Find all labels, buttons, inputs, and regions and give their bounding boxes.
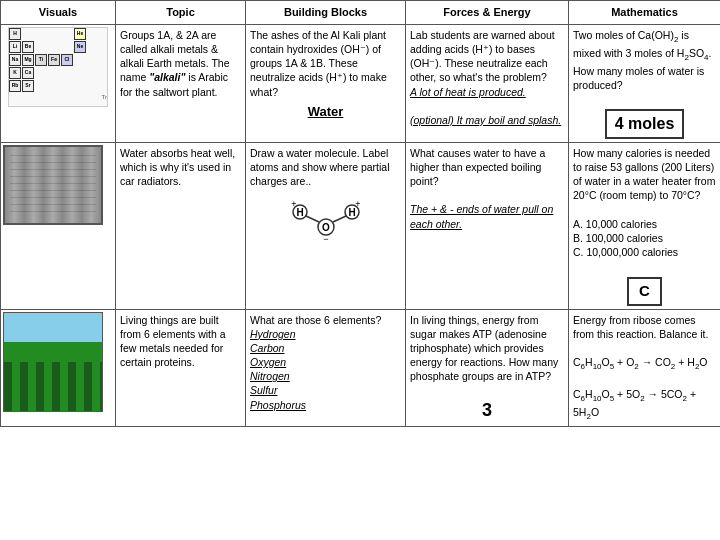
svg-line-9	[306, 216, 319, 222]
math-text-2: How many calories is needed to raise 53 …	[573, 147, 715, 202]
forces-cell-1: Lab students are warned about adding aci…	[406, 24, 569, 142]
forest-image	[3, 312, 103, 412]
forces-cell-2: What causes water to have a higher than …	[406, 142, 569, 309]
header-topic: Topic	[116, 1, 246, 25]
blocks-text-1: The ashes of the Al Kali plant contain h…	[250, 29, 387, 98]
blocks-question-3: What are those 6 elements?	[250, 314, 381, 326]
topic-cell-3: Living things are built from 6 elements …	[116, 309, 246, 426]
forces-answer-3: 3	[410, 398, 564, 422]
water-molecule-svg: O − H + H +	[286, 192, 366, 252]
blocks-text-2: Draw a water molecule. Label atoms and s…	[250, 147, 390, 187]
math-eq2: C6H10O5 + 5O2 → 5CO2 + 5H2O	[573, 387, 716, 423]
math-options-2: A. 10,000 calories B. 100,000 calories C…	[573, 217, 716, 260]
element-sulfur: Sulfur	[250, 383, 401, 397]
math-text-1: Two moles of Ca(OH)2 is mixed with 3 mol…	[573, 29, 711, 91]
forces-cell-3: In living things, energy from sugar make…	[406, 309, 569, 426]
math-answer-2: C	[627, 277, 662, 305]
element-oxygen: Oxygen	[250, 355, 401, 369]
blocks-cell-1: The ashes of the Al Kali plant contain h…	[246, 24, 406, 142]
topic-text-3: Living things are built from 6 elements …	[120, 314, 226, 369]
radiator-image	[3, 145, 103, 225]
math-text-3: Energy from ribose comes from this react…	[573, 314, 708, 340]
table-row: Water absorbs heat well, which is why it…	[1, 142, 721, 309]
visual-cell-2	[1, 142, 116, 309]
forces-answer-2: The + & - ends of water pull on each oth…	[410, 203, 553, 229]
header-visuals: Visuals	[1, 1, 116, 25]
math-cell-3: Energy from ribose comes from this react…	[569, 309, 721, 426]
forces-text-2: What causes water to have a higher than …	[410, 147, 545, 187]
forces-text-3: In living things, energy from sugar make…	[410, 314, 558, 383]
svg-text:+: +	[291, 199, 296, 209]
blocks-cell-3: What are those 6 elements? Hydrogen Carb…	[246, 309, 406, 426]
svg-text:O: O	[322, 222, 330, 233]
math-cell-2: How many calories is needed to raise 53 …	[569, 142, 721, 309]
element-hydrogen: Hydrogen	[250, 327, 401, 341]
svg-text:H: H	[296, 207, 303, 218]
water-label: Water	[250, 103, 401, 121]
math-option-a: A. 10,000 calories	[573, 217, 716, 231]
blocks-cell-2: Draw a water molecule. Label atoms and s…	[246, 142, 406, 309]
forces-optional-1: (optional) It may boil and splash.	[410, 114, 561, 126]
forces-answer-1: A lot of heat is produced.	[410, 86, 526, 98]
math-answer-1: 4 moles	[605, 109, 685, 139]
element-carbon: Carbon	[250, 341, 401, 355]
svg-line-10	[333, 216, 346, 222]
topic-cell-1: Groups 1A, & 2A are called alkali metals…	[116, 24, 246, 142]
table-row: Living things are built from 6 elements …	[1, 309, 721, 426]
topic-text-2: Water absorbs heat well, which is why it…	[120, 147, 235, 187]
math-option-b: B. 100,000 calories	[573, 231, 716, 245]
svg-text:−: −	[323, 234, 328, 244]
math-cell-1: Two moles of Ca(OH)2 is mixed with 3 mol…	[569, 24, 721, 142]
header-building-blocks: Building Blocks	[246, 1, 406, 25]
visual-cell-1: H Li Na K Rb Be Mg Ca Sr Ti Fe Cl He Ne	[1, 24, 116, 142]
periodic-table-image: H Li Na K Rb Be Mg Ca Sr Ti Fe Cl He Ne	[8, 27, 108, 107]
header-forces-energy: Forces & Energy	[406, 1, 569, 25]
topic-cell-2: Water absorbs heat well, which is why it…	[116, 142, 246, 309]
element-phosphorus: Phosphorus	[250, 398, 401, 412]
visual-cell-3	[1, 309, 116, 426]
math-eq1: C6H10O5 + O2 → CO2 + H2O	[573, 355, 716, 373]
header-mathematics: Mathematics	[569, 1, 721, 25]
alkali-bold: "alkali"	[149, 71, 185, 83]
element-nitrogen: Nitrogen	[250, 369, 401, 383]
math-option-c: C. 10,000,000 calories	[573, 245, 716, 259]
svg-text:+: +	[355, 199, 360, 209]
forces-text-1: Lab students are warned about adding aci…	[410, 29, 555, 84]
table-row: H Li Na K Rb Be Mg Ca Sr Ti Fe Cl He Ne	[1, 24, 721, 142]
